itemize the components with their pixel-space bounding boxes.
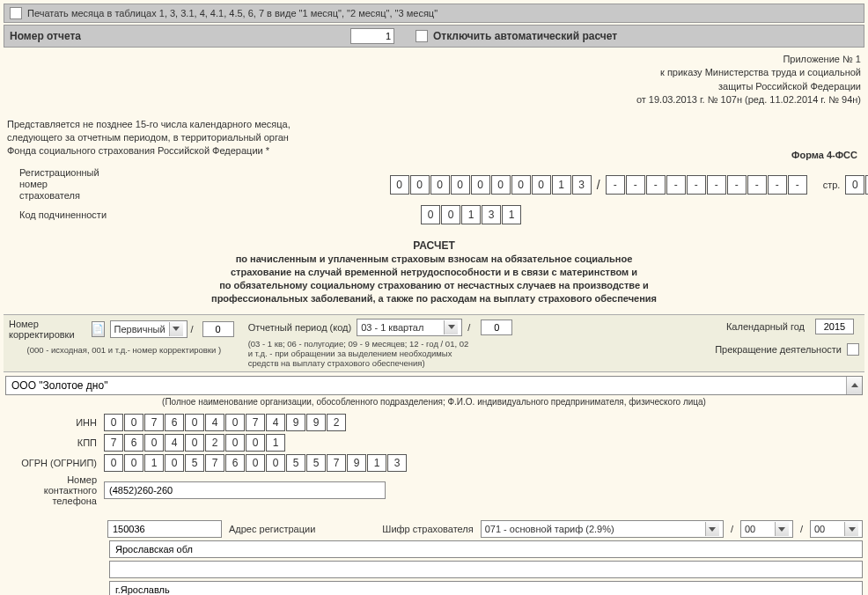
reg-ext-cell[interactable]: - [666,175,686,195]
disable-auto-checkbox[interactable] [416,30,428,42]
inn-cell[interactable]: 0 [225,414,245,431]
kpp-cell[interactable]: 1 [266,434,285,452]
inn-cell[interactable]: 9 [286,414,305,431]
tariff-select[interactable]: 071 - основной тариф (2.9%) [481,520,724,538]
correction-number-input[interactable] [202,321,234,337]
inn-cell[interactable]: 0 [104,414,123,431]
inn-cell[interactable]: 4 [266,414,285,431]
ogrn-cell[interactable]: 1 [144,454,164,472]
kpp-cell[interactable]: 0 [185,434,204,452]
ogrn-cell[interactable]: 5 [185,454,204,472]
ogrn-cell[interactable]: 0 [104,454,123,472]
header-left-1: Представляется не позднее 15-го числа ка… [7,118,291,131]
title-4: профессиональных заболеваний, а также по… [39,292,829,305]
sub-cell[interactable]: 1 [461,205,481,224]
year-input[interactable] [815,319,854,334]
reg-cell[interactable]: 0 [471,175,490,195]
reg-ext-cell[interactable]: - [768,175,787,195]
inn-row: ИНН 0 0 7 6 0 4 0 7 4 9 9 2 [12,414,864,431]
sub-cell[interactable]: 1 [502,205,521,224]
report-number-label: Номер отчета [10,30,81,42]
inn-cell[interactable]: 2 [327,414,346,431]
document-title: РАСЧЕТ по начисленным и уплаченным страх… [39,239,829,305]
period-extra-input[interactable] [481,320,512,335]
print-months-checkbox[interactable] [10,7,22,19]
kpp-cell[interactable]: 6 [124,434,143,452]
reg-ext-cell[interactable]: - [747,175,767,195]
org-name-input[interactable] [6,377,846,394]
ogrn-cell[interactable]: 0 [124,454,143,472]
reg-cell[interactable]: 0 [511,175,531,195]
kpp-cell[interactable]: 0 [246,434,265,452]
header-left-3: Фонда социального страхования Российской… [7,144,291,158]
ogrn-cell[interactable]: 7 [205,454,224,472]
chevron-down-icon [169,322,183,336]
inn-cell[interactable]: 9 [306,414,326,431]
reg-ext-cell[interactable]: - [626,175,645,195]
ogrn-cell[interactable]: 9 [347,454,366,472]
reg-cell[interactable]: 3 [572,175,592,195]
correction-type-select[interactable]: Первичный [110,320,188,338]
sub-cell[interactable]: 0 [441,205,460,224]
kpp-cell[interactable]: 0 [225,434,245,452]
str-label: стр. [823,180,841,190]
reg-ext-cell[interactable]: - [727,175,747,195]
zip-label: Адрес регистрации [229,524,315,534]
inn-cell[interactable]: 4 [205,414,224,431]
ogrn-row: ОГРН (ОГРНИП) 0 0 1 0 5 7 6 0 0 5 5 7 9 … [12,454,864,472]
reg-ext-cell[interactable]: - [707,175,726,195]
tariff-code2-select[interactable]: 00 [810,520,863,538]
reg-ext-cell[interactable]: - [788,175,807,195]
reg-cell[interactable]: 0 [430,175,450,195]
org-caption: (Полное наименование организации, обособ… [4,397,864,407]
zip-input[interactable] [107,520,222,538]
ogrn-cell[interactable]: 1 [367,454,386,472]
period-select[interactable]: 03 - 1 квартал [357,319,462,336]
period-label: Отчетный период (код) [248,322,352,333]
reg-cell[interactable]: 0 [390,175,409,195]
expand-icon[interactable] [846,377,862,394]
inn-cell[interactable]: 0 [124,414,143,431]
report-number-input[interactable] [350,28,394,44]
ogrn-cell[interactable]: 5 [286,454,305,472]
inn-cell[interactable]: 7 [246,414,265,431]
phone-input[interactable] [104,481,386,499]
kpp-cell[interactable]: 0 [144,434,164,452]
print-months-row: Печатать месяца в таблицах 1, 3, 3.1, 4,… [4,4,864,23]
period-note-1: (03 - 1 кв; 06 - полугодие; 09 - 9 месяц… [248,339,583,349]
ogrn-cell[interactable]: 3 [387,454,407,472]
chevron-down-icon [775,522,789,536]
reg-ext-cell[interactable]: - [687,175,706,195]
cease-checkbox[interactable] [847,343,859,356]
reg-cell[interactable]: 0 [451,175,470,195]
ogrn-cell[interactable]: 5 [306,454,326,472]
sub-cell[interactable]: 0 [421,205,440,224]
blank-input-1[interactable] [109,561,863,578]
reg-ext-cell[interactable]: - [606,175,625,195]
cease-label: Прекращение деятельности [715,344,842,355]
tariff-code2-value: 00 [814,524,825,534]
kpp-cell[interactable]: 7 [104,434,123,452]
city-input[interactable] [109,581,863,595]
reg-cell[interactable]: 0 [491,175,511,195]
reg-cell[interactable]: 0 [532,175,551,195]
inn-cell[interactable]: 7 [144,414,164,431]
reg-cell[interactable]: 0 [410,175,430,195]
kpp-cell[interactable]: 4 [165,434,184,452]
ogrn-cell[interactable]: 0 [266,454,285,472]
reg-cell[interactable]: 1 [552,175,571,195]
slash: / [731,524,733,534]
ogrn-cell[interactable]: 0 [165,454,184,472]
header-right: Приложение № 1 к приказу Министерства тр… [4,53,861,107]
tariff-code1-select[interactable]: 00 [740,520,793,538]
region-input[interactable] [109,540,863,558]
ogrn-cell[interactable]: 7 [327,454,346,472]
inn-cell[interactable]: 6 [165,414,184,431]
inn-cell[interactable]: 0 [185,414,204,431]
str-cell[interactable]: 0 [845,175,864,195]
ogrn-cell[interactable]: 0 [246,454,265,472]
sub-cell[interactable]: 3 [482,205,501,224]
ogrn-cell[interactable]: 6 [225,454,245,472]
reg-ext-cell[interactable]: - [646,175,666,195]
kpp-cell[interactable]: 2 [205,434,224,452]
